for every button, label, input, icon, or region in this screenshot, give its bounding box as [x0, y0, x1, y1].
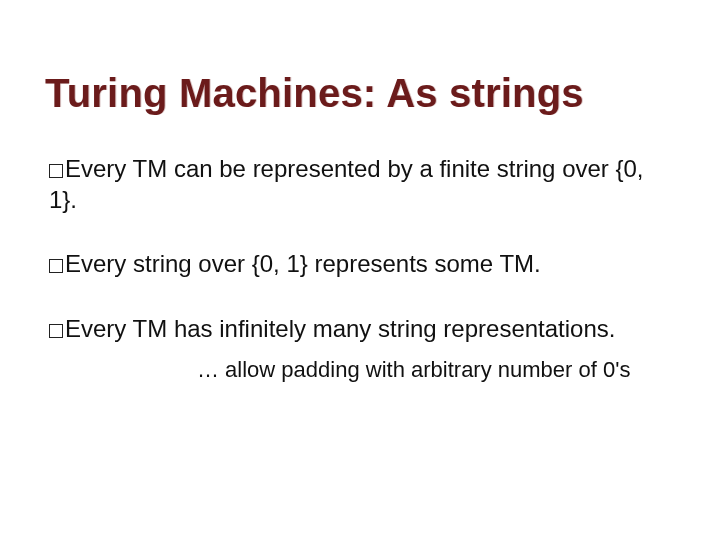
slide-title: Turing Machines: As strings	[45, 70, 675, 116]
bullet-list: Every TM can be represented by a finite …	[45, 154, 675, 383]
list-item: Every TM can be represented by a finite …	[49, 154, 675, 215]
square-bullet-icon	[49, 324, 63, 338]
list-item-text: Every TM can be represented by a finite …	[49, 155, 644, 213]
list-item-text: Every TM has infinitely many string repr…	[65, 315, 615, 342]
list-item: Every TM has infinitely many string repr…	[49, 314, 675, 345]
square-bullet-icon	[49, 164, 63, 178]
square-bullet-icon	[49, 259, 63, 273]
list-item-text: Every string over {0, 1} represents some…	[65, 250, 541, 277]
list-item: Every string over {0, 1} represents some…	[49, 249, 675, 280]
sub-list-item: … allow padding with arbitrary number of…	[197, 357, 675, 383]
slide: Turing Machines: As strings Every TM can…	[0, 0, 720, 540]
